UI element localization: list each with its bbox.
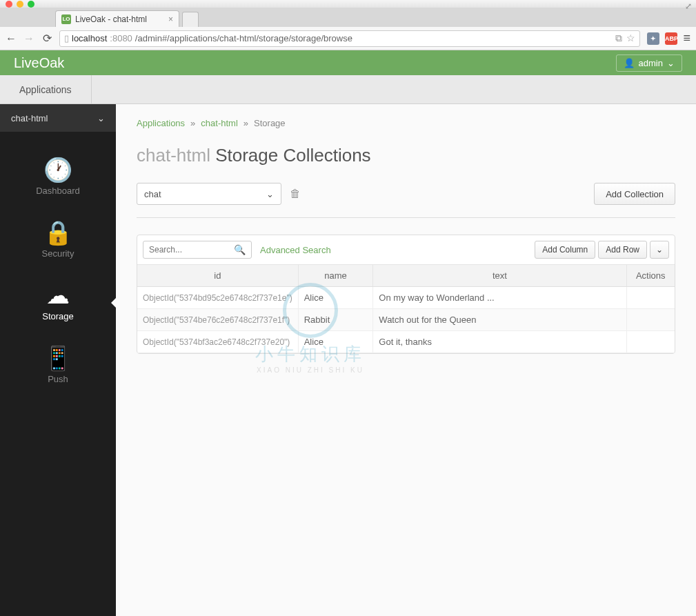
sidebar-item-label: Storage (42, 311, 74, 321)
breadcrumb-sep: » (243, 118, 248, 128)
main-layout: chat-html ⌄ 🕐 Dashboard 🔒 Security ☁ Sto… (0, 104, 696, 616)
url-path: /admin#/applications/chat-html/storage/s… (135, 33, 352, 43)
tab-close-icon[interactable]: × (168, 14, 173, 24)
browser-tabbar: LO LiveOak - chat-html × (0, 8, 696, 27)
page-icon: ▯ (64, 33, 69, 43)
zoom-window-icon[interactable] (28, 1, 34, 8)
add-column-button[interactable]: Add Column (535, 241, 595, 259)
user-icon: 👤 (624, 58, 635, 68)
close-window-icon[interactable] (6, 1, 12, 8)
col-header-text[interactable]: text (373, 265, 626, 287)
app-subnav: Applications (0, 75, 696, 104)
abp-icon[interactable]: ABP (665, 32, 677, 45)
browser-toolbar: ← → ⟳ ▯ localhost:8080/admin#/applicatio… (0, 27, 696, 50)
forward-button[interactable]: → (23, 32, 34, 45)
chevron-down-icon: ⌄ (667, 58, 675, 68)
chevron-down-icon: ⌄ (97, 113, 105, 123)
cell-name: Alice (298, 287, 373, 309)
back-button[interactable]: ← (6, 32, 17, 45)
add-row-menu-button[interactable]: ⌄ (650, 241, 669, 259)
bookmark-icon[interactable]: ☆ (626, 32, 635, 44)
phone-icon: 📱 (43, 346, 72, 370)
extension-icons: ✦ ABP ≡ (647, 31, 690, 46)
reload-button[interactable]: ⟳ (41, 32, 52, 45)
data-table: id name text Actions ObjectId("5374bd95c… (137, 265, 675, 353)
add-row-button[interactable]: Add Row (598, 241, 647, 259)
cell-actions[interactable] (626, 309, 675, 331)
search-input-wrap: 🔍 (143, 241, 252, 259)
url-actions: ⧉ ☆ (615, 32, 635, 44)
cell-actions[interactable] (626, 331, 675, 353)
collection-select[interactable]: chat ⌄ (137, 183, 281, 205)
sidebar-nav: 🕐 Dashboard 🔒 Security ☁ Storage 📱 Push (0, 132, 116, 616)
col-header-name[interactable]: name (298, 265, 373, 287)
cell-text: On my way to Wonderland ... (373, 287, 626, 309)
minimize-window-icon[interactable] (17, 1, 23, 8)
sidebar-item-label: Security (42, 248, 74, 259)
table-tools: 🔍 Advanced Search Add Column Add Row ⌄ (137, 235, 675, 265)
breadcrumb-sep: » (190, 118, 195, 128)
browser-menu-icon[interactable]: ≡ (683, 31, 690, 46)
sidebar-context-label: chat-html (11, 113, 48, 123)
table-row[interactable]: ObjectId("5374bf3ac2e6748c2f737e20") Ali… (137, 331, 675, 353)
col-header-id[interactable]: id (137, 265, 298, 287)
dashboard-icon: 🕐 (43, 158, 72, 181)
search-input[interactable] (149, 245, 232, 255)
tab-title: LiveOak - chat-html (75, 14, 147, 24)
collection-selected: chat (144, 189, 161, 199)
mac-window-chrome: ⤢ (0, 0, 696, 8)
sidebar: chat-html ⌄ 🕐 Dashboard 🔒 Security ☁ Sto… (0, 104, 116, 616)
url-host: localhost (72, 33, 107, 43)
browser-tab[interactable]: LO LiveOak - chat-html × (55, 10, 179, 27)
chevron-down-icon: ⌄ (266, 189, 274, 199)
cloud-icon: ☁ (46, 284, 70, 307)
cell-name: Alice (298, 331, 373, 353)
breadcrumb-current: Storage (254, 118, 286, 128)
cell-name: Rabbit (298, 309, 373, 331)
user-menu[interactable]: 👤 admin ⌄ (616, 54, 682, 72)
sidebar-item-dashboard[interactable]: 🕐 Dashboard (0, 146, 116, 208)
device-icon[interactable]: ⧉ (615, 32, 622, 44)
advanced-search-link[interactable]: Advanced Search (260, 245, 331, 255)
breadcrumb: Applications » chat-html » Storage (137, 118, 675, 128)
breadcrumb-applications[interactable]: Applications (137, 118, 185, 128)
sidebar-context-selector[interactable]: chat-html ⌄ (0, 104, 116, 132)
table-row[interactable]: ObjectId("5374be76c2e6748c2f737e1f") Rab… (137, 309, 675, 331)
table-row[interactable]: ObjectId("5374bd95c2e6748c2f737e1e") Ali… (137, 287, 675, 309)
cell-text: Got it, thanks (373, 331, 626, 353)
sidebar-item-push[interactable]: 📱 Push (0, 334, 116, 397)
col-header-actions: Actions (626, 265, 675, 287)
page-title-text: Storage Collections (215, 145, 370, 166)
breadcrumb-chat-html[interactable]: chat-html (201, 118, 237, 128)
cell-id: ObjectId("5374bf3ac2e6748c2f737e20") (137, 331, 298, 353)
collection-toolbar: chat ⌄ 🗑 Add Collection (137, 183, 675, 218)
page-title: chat-html Storage Collections (137, 145, 675, 166)
sidebar-item-storage[interactable]: ☁ Storage (0, 271, 116, 334)
sidebar-item-label: Dashboard (36, 186, 80, 196)
cell-id: ObjectId("5374be76c2e6748c2f737e1f") (137, 309, 298, 331)
sidebar-item-label: Push (48, 374, 68, 384)
sidebar-item-security[interactable]: 🔒 Security (0, 208, 116, 271)
page-title-context: chat-html (137, 145, 210, 166)
subnav-applications[interactable]: Applications (0, 75, 92, 103)
favicon-icon: LO (61, 14, 71, 24)
url-field[interactable]: ▯ localhost:8080/admin#/applications/cha… (59, 30, 640, 47)
data-table-panel: 🔍 Advanced Search Add Column Add Row ⌄ i… (137, 235, 675, 354)
user-name: admin (639, 58, 663, 68)
resize-icon[interactable]: ⤢ (685, 1, 692, 11)
cell-text: Watch out for the Queen (373, 309, 626, 331)
cell-actions[interactable] (626, 287, 675, 309)
url-port: :8080 (110, 33, 132, 43)
brand-logo[interactable]: LiveOak (14, 55, 64, 71)
app-header: LiveOak 👤 admin ⌄ (0, 50, 696, 75)
content-area: Applications » chat-html » Storage chat-… (116, 104, 696, 616)
search-icon[interactable]: 🔍 (234, 244, 246, 255)
new-tab-button[interactable] (182, 12, 199, 27)
delete-collection-button[interactable]: 🗑 (290, 188, 301, 200)
add-collection-button[interactable]: Add Collection (594, 183, 675, 205)
extension-icon[interactable]: ✦ (647, 32, 659, 45)
lock-icon: 🔒 (43, 221, 72, 244)
cell-id: ObjectId("5374bd95c2e6748c2f737e1e") (137, 287, 298, 309)
